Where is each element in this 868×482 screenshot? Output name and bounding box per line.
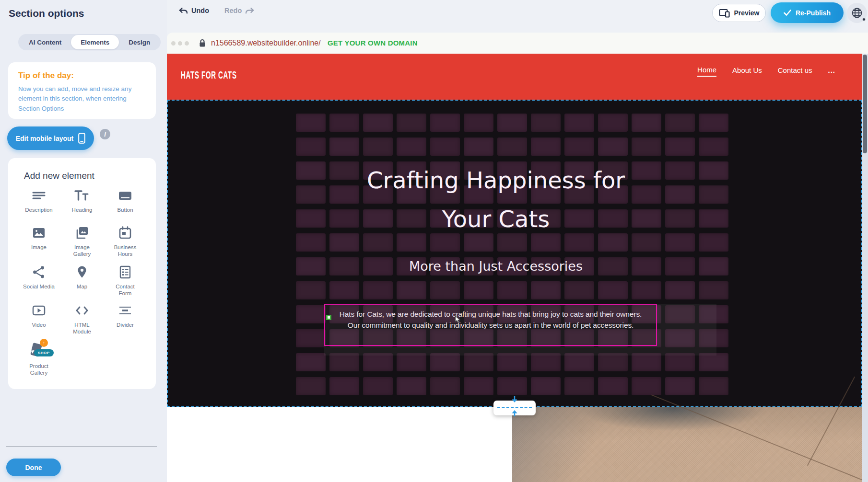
element-contact-form[interactable]: Contact Form: [104, 264, 147, 303]
next-section-background: [167, 407, 512, 482]
edit-mobile-layout-label: Edit mobile layout: [16, 135, 74, 142]
panel-tabs: AI Content Elements Design: [18, 34, 161, 50]
section-height-resize-handle[interactable]: [493, 401, 536, 415]
site-nav: Home About Us Contact us ...: [697, 64, 835, 77]
redo-icon: [245, 7, 254, 14]
image-icon: [32, 225, 46, 241]
description-icon: [32, 188, 46, 203]
add-element-title: Add new element: [24, 171, 94, 181]
element-image[interactable]: Image: [17, 225, 60, 264]
element-social-media[interactable]: Social Media: [17, 264, 60, 303]
sidebar-divider: [6, 446, 157, 447]
element-map[interactable]: Map: [60, 264, 104, 303]
language-globe-button[interactable]: [847, 3, 867, 23]
tip-of-the-day-card: Tip of the day: Now you can add, move an…: [8, 62, 156, 119]
element-description[interactable]: Description: [17, 188, 60, 225]
tab-elements[interactable]: Elements: [71, 35, 119, 49]
site-preview-viewport: HATS FOR CATS Home About Us Contact us .…: [167, 54, 868, 482]
video-icon: [32, 303, 46, 318]
page-title: Section options: [9, 8, 84, 19]
business-hours-icon: [118, 225, 132, 241]
undo-button[interactable]: Undo: [179, 7, 209, 14]
button-icon: [118, 188, 132, 203]
arrow-up-icon: [511, 409, 518, 416]
nav-contact-us[interactable]: Contact us: [778, 65, 812, 76]
notification-dot: [862, 18, 866, 21]
contact-form-icon: [118, 264, 132, 280]
redo-button[interactable]: Redo: [224, 7, 254, 14]
element-image-gallery[interactable]: Image Gallery: [60, 225, 104, 264]
element-heading[interactable]: Heading: [60, 188, 104, 225]
scrollbar-thumb[interactable]: [863, 55, 867, 153]
highlight-band: [657, 304, 716, 346]
element-resize-handle[interactable]: [326, 315, 331, 320]
element-button[interactable]: Button: [104, 188, 147, 225]
site-logo[interactable]: HATS FOR CATS: [181, 69, 237, 82]
history-controls: Undo Redo: [179, 7, 254, 14]
hero-subheading[interactable]: More than Just Accessories: [324, 258, 668, 275]
undo-icon: [179, 7, 188, 14]
tip-title: Tip of the day:: [18, 71, 74, 80]
upgrade-arrow-badge: ↑: [40, 339, 48, 347]
highlight-band: [324, 346, 716, 356]
hero-heading[interactable]: Crafting Happiness for Your Cats: [324, 161, 668, 239]
app-root: Section options AI Content Elements Desi…: [0, 0, 868, 482]
edit-mobile-layout-button[interactable]: Edit mobile layout: [7, 126, 94, 150]
map-icon: [75, 264, 89, 280]
window-dot: [178, 41, 182, 46]
element-business-hours[interactable]: Business Hours: [104, 225, 147, 264]
get-your-own-domain-link[interactable]: GET YOUR OWN DOMAIN: [328, 33, 418, 54]
check-icon: [784, 10, 791, 16]
phone-icon: [78, 133, 85, 144]
add-element-panel: Add new element Description Hea: [8, 158, 156, 389]
element-grid: Description Heading Button: [17, 188, 147, 377]
element-html-module[interactable]: HTML Module: [60, 303, 104, 341]
html-module-icon: [75, 303, 89, 318]
devices-icon: [719, 9, 730, 18]
divider-icon: [118, 303, 132, 318]
element-product-gallery[interactable]: ↑ SHOP Product Gallery: [17, 341, 60, 377]
globe-icon: [851, 7, 863, 19]
nav-home[interactable]: Home: [697, 64, 716, 77]
tab-ai-content[interactable]: AI Content: [19, 35, 71, 49]
shop-badge: SHOP: [34, 349, 54, 356]
republish-button[interactable]: Re-Publish: [771, 2, 844, 23]
element-video[interactable]: Video: [17, 303, 60, 341]
tab-design[interactable]: Design: [119, 35, 160, 49]
window-dot: [171, 41, 176, 46]
site-header: HATS FOR CATS Home About Us Contact us .…: [167, 54, 862, 100]
social-media-icon: [32, 264, 46, 280]
preview-button[interactable]: Preview: [712, 4, 766, 22]
browser-address-bar: n1566589.websitebuilder.online/ GET YOUR…: [167, 33, 868, 54]
heading-icon: [74, 188, 90, 203]
hero-section[interactable]: Crafting Happiness for Your Cats More th…: [167, 100, 862, 407]
window-dot: [185, 41, 189, 46]
floor-photo: [512, 407, 862, 482]
selected-text-element[interactable]: Hats for Cats, we are dedicated to craft…: [324, 304, 657, 346]
section-options-sidebar: Section options AI Content Elements Desi…: [0, 0, 167, 482]
site-url[interactable]: n1566589.websitebuilder.online/: [211, 33, 321, 54]
lock-icon: [199, 38, 206, 48]
scrollbar-track: [862, 54, 868, 482]
element-divider[interactable]: Divider: [104, 303, 147, 341]
tip-body: Now you can add, move and resize any ele…: [18, 84, 149, 114]
arrow-down-icon: [511, 396, 518, 404]
product-gallery-icon: ↑ SHOP: [30, 341, 48, 359]
info-icon[interactable]: i: [100, 129, 110, 139]
nav-more[interactable]: ...: [828, 65, 835, 76]
dashed-line: [497, 407, 532, 408]
nav-about-us[interactable]: About Us: [732, 65, 762, 76]
image-gallery-icon: [75, 225, 89, 241]
done-button[interactable]: Done: [6, 459, 61, 476]
